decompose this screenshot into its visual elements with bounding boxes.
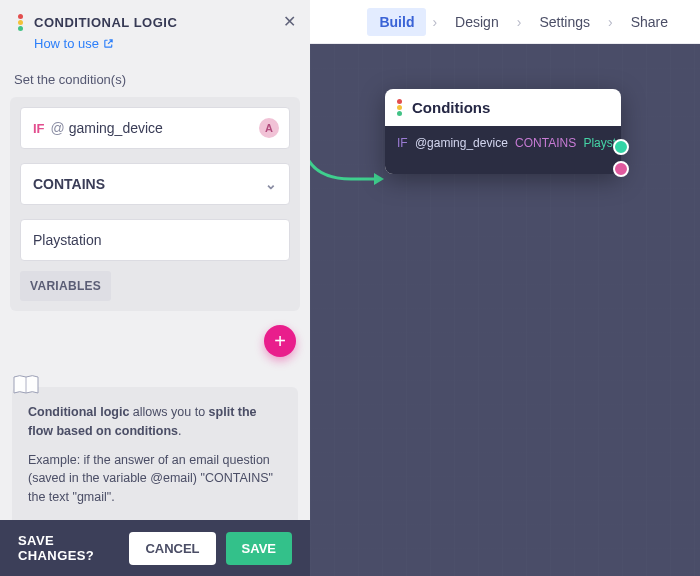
variable-field[interactable]: IF @ gaming_device A [20, 107, 290, 149]
book-icon [10, 369, 42, 401]
condition-card: IF @ gaming_device A CONTAINS ⌄ Playstat… [10, 97, 300, 311]
info-p1: Conditional logic allows you to split th… [28, 403, 282, 441]
node-title: Conditions [412, 99, 490, 116]
info-p3: Each Conditional Logic block has two out… [28, 517, 282, 520]
tab-share[interactable]: Share [619, 8, 680, 36]
operator-label: CONTAINS [33, 176, 105, 192]
panel-header: CONDITIONAL LOGIC How to use ✕ [0, 0, 310, 58]
node-header: Conditions [385, 89, 621, 126]
footer-label: SAVE CHANGES? [18, 533, 129, 563]
add-condition-button[interactable]: + [264, 325, 296, 357]
right-area: Build › Design › Settings › Share Condit… [310, 0, 700, 576]
code-token-op: CONTAINS [515, 136, 576, 150]
value-input[interactable]: Playstation [20, 219, 290, 261]
connector-arrow-icon [310, 124, 396, 204]
panel-body: Set the condition(s) IF @ gaming_device … [0, 58, 310, 520]
traffic-light-icon [14, 10, 26, 34]
output-port-true[interactable] [613, 139, 629, 155]
value-text: Playstation [33, 232, 101, 248]
nav-sep: › [432, 14, 437, 30]
how-to-use-label: How to use [34, 36, 99, 51]
save-button[interactable]: SAVE [226, 532, 292, 565]
operator-select[interactable]: CONTAINS ⌄ [20, 163, 290, 205]
top-nav: Build › Design › Settings › Share [310, 0, 700, 44]
chevron-down-icon: ⌄ [265, 176, 277, 192]
variable-name: @ gaming_device [51, 120, 163, 136]
info-box: Conditional logic allows you to split th… [12, 387, 298, 520]
info-p2: Example: if the answer of an email quest… [28, 451, 282, 507]
nav-sep: › [608, 14, 613, 30]
variable-badge: A [259, 118, 279, 138]
conditions-node[interactable]: Conditions IF @gaming_device CONTAINS Pl… [385, 89, 621, 174]
panel-title: CONDITIONAL LOGIC [34, 15, 177, 30]
variables-button[interactable]: VARIABLES [20, 271, 111, 301]
config-panel: CONDITIONAL LOGIC How to use ✕ Set the c… [0, 0, 310, 576]
close-icon[interactable]: ✕ [283, 12, 296, 31]
node-body: IF @gaming_device CONTAINS Playstati [385, 126, 621, 174]
code-token-if: IF [397, 136, 408, 150]
conditions-subhead: Set the condition(s) [14, 72, 296, 87]
footer-bar: SAVE CHANGES? CANCEL SAVE [0, 520, 310, 576]
traffic-light-icon [397, 99, 402, 116]
nav-sep: › [517, 14, 522, 30]
tab-design[interactable]: Design [443, 8, 511, 36]
output-port-false[interactable] [613, 161, 629, 177]
cancel-button[interactable]: CANCEL [129, 532, 215, 565]
external-link-icon [103, 38, 114, 49]
how-to-use-link[interactable]: How to use [34, 36, 114, 51]
tab-settings[interactable]: Settings [527, 8, 602, 36]
tab-build[interactable]: Build [367, 8, 426, 36]
flow-canvas[interactable]: Conditions IF @gaming_device CONTAINS Pl… [310, 44, 700, 576]
if-label: IF [33, 121, 45, 136]
code-token-var: @gaming_device [415, 136, 508, 150]
